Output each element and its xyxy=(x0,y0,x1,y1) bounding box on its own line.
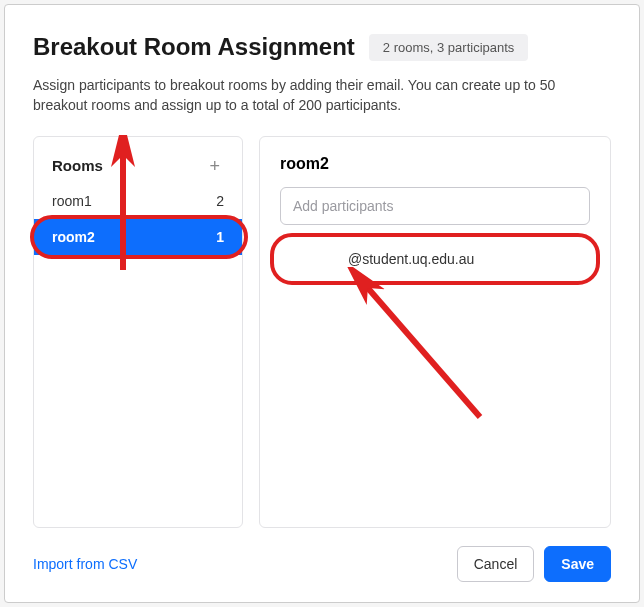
room-row[interactable]: room1 2 xyxy=(34,183,242,219)
breakout-room-modal: Breakout Room Assignment 2 rooms, 3 part… xyxy=(4,4,640,603)
svg-line-3 xyxy=(360,279,480,417)
rooms-panel: Rooms + room1 2 room2 1 xyxy=(33,136,243,528)
redacted-segment xyxy=(294,254,348,266)
room-name: room1 xyxy=(52,193,92,209)
summary-badge: 2 rooms, 3 participants xyxy=(369,34,529,61)
room-row-selected[interactable]: room2 1 xyxy=(34,219,242,255)
rooms-header-label: Rooms xyxy=(52,157,103,174)
import-csv-link[interactable]: Import from CSV xyxy=(33,556,137,572)
participant-email-suffix: @student.uq.edu.au xyxy=(348,251,474,267)
add-room-button[interactable]: + xyxy=(205,155,224,177)
footer-buttons: Cancel Save xyxy=(457,546,611,582)
participant-pill[interactable]: @student.uq.edu.au xyxy=(280,243,590,275)
room-count: 1 xyxy=(216,229,224,245)
modal-footer: Import from CSV Cancel Save xyxy=(33,546,611,582)
description-text: Assign participants to breakout rooms by… xyxy=(33,75,611,116)
modal-header: Breakout Room Assignment 2 rooms, 3 part… xyxy=(33,33,611,61)
room-name: room2 xyxy=(52,229,95,245)
cancel-button[interactable]: Cancel xyxy=(457,546,535,582)
rooms-panel-header: Rooms + xyxy=(34,137,242,183)
save-button[interactable]: Save xyxy=(544,546,611,582)
add-participants-input[interactable] xyxy=(280,187,590,225)
annotation-arrow xyxy=(340,267,500,427)
detail-title: room2 xyxy=(280,155,590,173)
room-detail-panel: room2 @student.uq.edu.au xyxy=(259,136,611,528)
page-title: Breakout Room Assignment xyxy=(33,33,355,61)
room-count: 2 xyxy=(216,193,224,209)
panels-container: Rooms + room1 2 room2 1 xyxy=(33,136,611,528)
